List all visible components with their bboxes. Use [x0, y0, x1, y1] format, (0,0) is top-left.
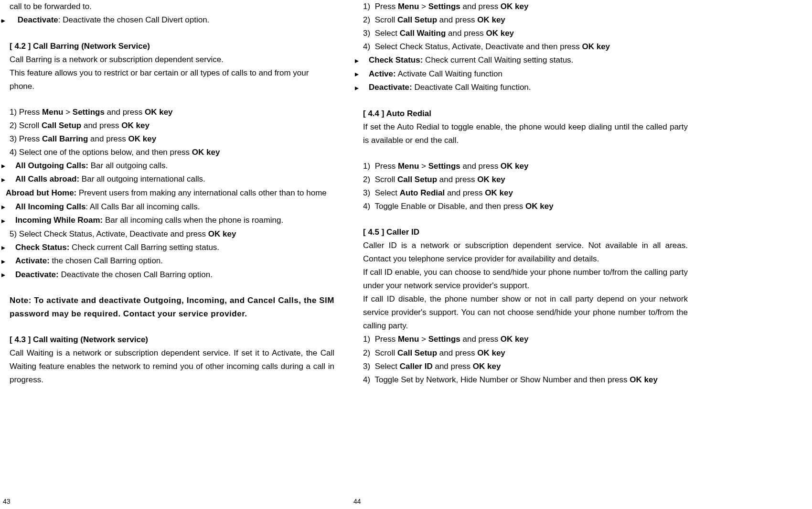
- cw-step-2: 2) Scroll Call Setup and press OK key: [363, 13, 688, 27]
- note: Note: To activate and deactivate Outgoin…: [10, 294, 334, 321]
- cw-check-status: Check Status: Check current Call Waiting…: [363, 54, 688, 67]
- opt-abroad-but-home: Abroad but Home: Prevent users from maki…: [10, 186, 334, 200]
- step-3: 3) Press Call Barring and press OK key: [10, 132, 334, 146]
- ar-step-2: 2) Scroll Call Setup and press OK key: [363, 173, 688, 186]
- ar-step-1: 1) Press Menu > Settings and press OK ke…: [363, 160, 688, 173]
- step-2: 2) Scroll Call Setup and press OK key: [10, 119, 334, 132]
- caller-id-steps: 1) Press Menu > Settings and press OK ke…: [363, 333, 688, 386]
- cw-step-4: 4) Select Check Status, Activate, Deacti…: [363, 40, 688, 54]
- step-5: 5) Select Check Status, Activate, Deacti…: [10, 227, 334, 241]
- step-4: 4) Select one of the options below, and …: [10, 146, 334, 159]
- cid-step-4: 4) Toggle Set by Network, Hide Number or…: [363, 373, 688, 387]
- svg-marker-8: [1, 260, 5, 264]
- heading-4-2: [ 4.2 ] Call Barring (Network Service): [10, 40, 334, 53]
- arrow-icon: [10, 14, 15, 27]
- ar-step-3: 3) Select Auto Redial and press OK key: [363, 186, 688, 200]
- svg-marker-9: [1, 273, 5, 277]
- arrow-icon: [0, 187, 6, 200]
- heading-4-5: [ 4.5 ] Caller ID: [363, 226, 688, 239]
- p42b: This feature allows you to restrict or b…: [10, 66, 334, 93]
- p44: If set the Auto Redial to toggle enable,…: [363, 120, 688, 147]
- cid-step-2: 2) Scroll Call Setup and press OK key: [363, 347, 688, 360]
- heading-4-3: [ 4.3 ] Call waiting (Network service): [10, 333, 334, 347]
- arrow-icon: [10, 173, 15, 186]
- opt-all-outgoing: All Outgoing Calls: Bar all outgoing cal…: [10, 159, 334, 173]
- arrow-icon: [10, 214, 15, 227]
- page-left: call to be forwarded to. Deactivate: Dea…: [0, 0, 344, 387]
- page-number-right: 44: [353, 498, 361, 505]
- cw-step-3: 3) Select Call Waiting and press OK key: [363, 27, 688, 40]
- cid-step-3: 3) Select Caller ID and press OK key: [363, 360, 688, 373]
- svg-marker-2: [1, 164, 5, 168]
- p45c: If call ID disable, the phone number sho…: [363, 292, 688, 333]
- opt-incoming-roam: Incoming While Roam: Bar all incoming ca…: [10, 214, 334, 227]
- arrow-icon: [363, 67, 369, 81]
- opt-activate: Activate: the chosen Call Barring option…: [10, 254, 334, 268]
- opt-deactivate: Deactivate: Deactivate the chosen Call B…: [10, 268, 334, 282]
- opt-all-incoming: All Incoming Calls: All Calls Bar all in…: [10, 200, 334, 214]
- svg-marker-6: [1, 219, 5, 223]
- arrow-icon: [10, 268, 15, 282]
- cw-deactivate: Deactivate: Deactivate Call Waiting func…: [363, 81, 688, 95]
- arrow-icon: [10, 159, 15, 173]
- p42a: Call Barring is a network or subscriptio…: [10, 53, 334, 66]
- auto-redial-steps: 1) Press Menu > Settings and press OK ke…: [363, 160, 688, 213]
- deactivate-text: : Deactivate the chosen Call Divert opti…: [58, 15, 210, 24]
- page-right: 1) Press Menu > Settings and press OK ke…: [353, 0, 697, 387]
- arrow-icon: [10, 241, 15, 254]
- deactivate-label: Deactivate: [18, 15, 58, 24]
- svg-marker-7: [1, 246, 5, 250]
- cid-step-1: 1) Press Menu > Settings and press OK ke…: [363, 333, 688, 346]
- p45a: Caller ID is a network or subscription d…: [363, 239, 688, 266]
- call-waiting-steps: 1) Press Menu > Settings and press OK ke…: [363, 0, 688, 54]
- svg-rect-1: [1, 21, 3, 22]
- svg-marker-11: [355, 73, 359, 76]
- svg-marker-3: [1, 178, 5, 182]
- intro-fragment: call to be forwarded to.: [10, 0, 334, 13]
- svg-marker-10: [355, 59, 359, 63]
- arrow-icon: [363, 81, 369, 95]
- svg-marker-12: [355, 87, 359, 90]
- heading-4-4: [ 4.4 ] Auto Redial: [363, 107, 688, 120]
- arrow-icon: [10, 255, 15, 268]
- cw-step-1: 1) Press Menu > Settings and press OK ke…: [363, 0, 688, 13]
- p45b: If call ID enable, you can choose to sen…: [363, 266, 688, 292]
- p43: Call Waiting is a network or subscriptio…: [10, 347, 334, 387]
- page-number-left: 43: [3, 498, 11, 505]
- arrow-icon: [363, 54, 369, 67]
- ar-step-4: 4) Toggle Enable or Disable, and then pr…: [363, 200, 688, 213]
- step-1: 1) Press Menu > Settings and press OK ke…: [10, 106, 334, 119]
- svg-marker-5: [1, 206, 5, 209]
- opt-check-status: Check Status: Check current Call Barring…: [10, 241, 334, 255]
- deactivate-bullet: Deactivate: Deactivate the chosen Call D…: [10, 13, 334, 27]
- cw-active: Active: Activate Call Waiting function: [363, 67, 688, 81]
- opt-all-abroad: All Calls abroad: Bar all outgoing inter…: [10, 173, 334, 186]
- arrow-icon: [10, 200, 15, 214]
